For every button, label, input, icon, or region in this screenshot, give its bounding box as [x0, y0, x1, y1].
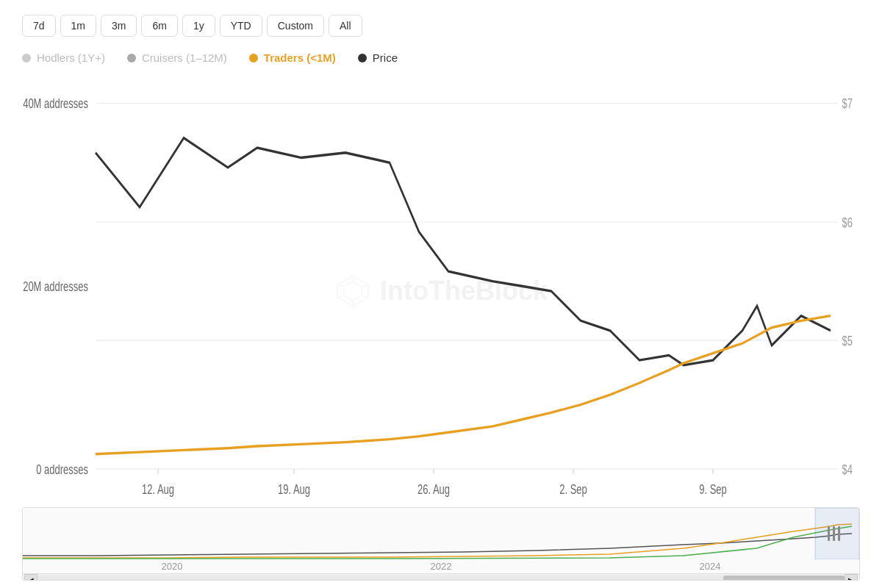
- btn-1y[interactable]: 1y: [182, 15, 215, 37]
- btn-6m[interactable]: 6m: [141, 15, 177, 37]
- svg-text:20M addresses: 20M addresses: [23, 279, 88, 293]
- year-2020: 2020: [162, 561, 183, 572]
- svg-text:0 addresses: 0 addresses: [36, 462, 88, 476]
- time-range-bar: 7d 1m 3m 6m 1y YTD Custom All: [22, 15, 860, 37]
- svg-text:$7: $7: [842, 96, 853, 110]
- btn-ytd[interactable]: YTD: [220, 15, 262, 37]
- traders-dot: [249, 54, 258, 62]
- svg-rect-24: [833, 526, 835, 541]
- svg-text:12. Aug: 12. Aug: [142, 482, 174, 496]
- legend-price[interactable]: Price: [358, 51, 398, 64]
- main-container: 7d 1m 3m 6m 1y YTD Custom All Hodlers (1…: [0, 0, 882, 588]
- svg-rect-25: [838, 526, 840, 541]
- legend-traders[interactable]: Traders (<1M): [249, 51, 336, 64]
- legend-cruisers[interactable]: Cruisers (1–12M): [127, 51, 227, 64]
- legend-hodlers[interactable]: Hodlers (1Y+): [22, 51, 105, 64]
- chart-svg: 40M addresses 20M addresses 0 addresses …: [22, 79, 860, 503]
- svg-text:$6: $6: [842, 215, 853, 229]
- chart-wrapper: IntoTheBlock 40M addresses 20M addresses…: [22, 79, 860, 581]
- btn-all[interactable]: All: [329, 15, 362, 37]
- scrollbar-thumb[interactable]: [723, 576, 845, 581]
- cruisers-label: Cruisers (1–12M): [142, 51, 227, 64]
- hodlers-label: Hodlers (1Y+): [37, 51, 105, 64]
- btn-3m[interactable]: 3m: [101, 15, 137, 37]
- scrollbar-track[interactable]: [37, 576, 845, 581]
- svg-text:40M addresses: 40M addresses: [23, 96, 88, 110]
- svg-rect-22: [815, 508, 859, 559]
- scroll-right-arrow[interactable]: ▶: [845, 574, 858, 581]
- svg-text:$5: $5: [842, 334, 853, 348]
- svg-text:26. Aug: 26. Aug: [417, 482, 450, 496]
- svg-rect-21: [23, 508, 859, 559]
- cruisers-dot: [127, 54, 136, 62]
- main-chart: IntoTheBlock 40M addresses 20M addresses…: [22, 79, 860, 503]
- range-scrollbar[interactable]: ◀ ▶: [23, 573, 859, 581]
- scroll-left-arrow[interactable]: ◀: [24, 574, 37, 581]
- btn-custom[interactable]: Custom: [267, 15, 324, 37]
- traders-label: Traders (<1M): [264, 51, 336, 64]
- svg-text:19. Aug: 19. Aug: [278, 482, 310, 496]
- price-label: Price: [373, 51, 398, 64]
- btn-7d[interactable]: 7d: [22, 15, 56, 37]
- year-2022: 2022: [431, 561, 452, 572]
- range-year-labels: 2020 2022 2024: [23, 559, 859, 573]
- price-dot: [358, 54, 367, 62]
- svg-text:9. Sep: 9. Sep: [699, 482, 727, 496]
- range-mini-chart: [23, 508, 859, 559]
- hodlers-dot: [22, 54, 31, 62]
- btn-1m[interactable]: 1m: [60, 15, 96, 37]
- year-2024: 2024: [700, 561, 721, 572]
- svg-text:$4: $4: [842, 462, 853, 476]
- svg-text:2. Sep: 2. Sep: [559, 482, 587, 496]
- chart-legend: Hodlers (1Y+) Cruisers (1–12M) Traders (…: [22, 51, 860, 64]
- svg-rect-23: [828, 526, 830, 541]
- range-selector[interactable]: 2020 2022 2024 ◀ ▶: [22, 507, 860, 581]
